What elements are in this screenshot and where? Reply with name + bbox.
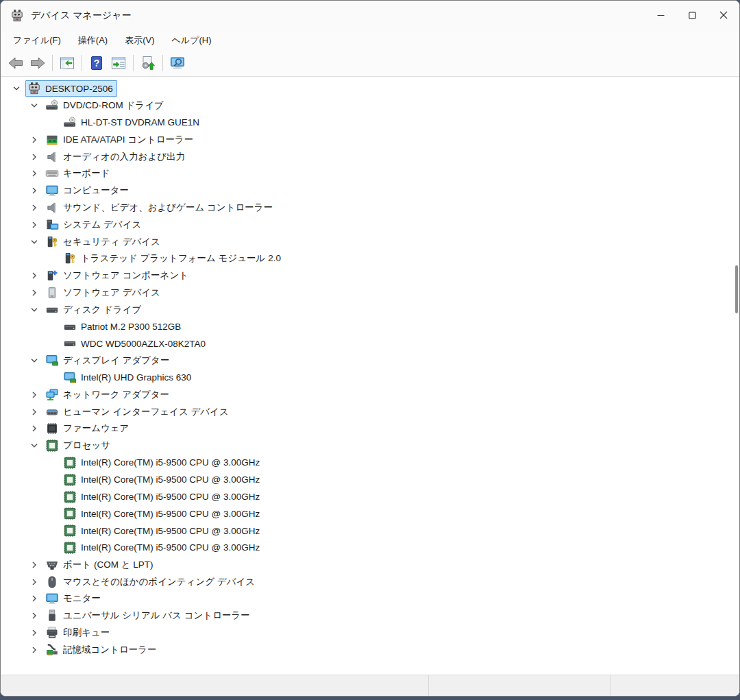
tree-item[interactable]: ソフトウェア コンポーネント: [1, 267, 739, 285]
back-button[interactable]: [5, 53, 27, 73]
chevron-collapsed-icon[interactable]: [25, 607, 43, 625]
tree-item[interactable]: キーボード: [1, 165, 739, 182]
toolbar: ?: [1, 50, 739, 77]
chevron-collapsed-icon[interactable]: [25, 641, 43, 658]
vertical-scrollbar-thumb[interactable]: [735, 265, 738, 313]
tree-item[interactable]: 印刷キュー: [1, 625, 739, 642]
chevron-collapsed-icon[interactable]: [25, 285, 43, 302]
status-segment: [610, 675, 739, 696]
tree-item-label: Intel(R) Core(TM) i5-9500 CPU @ 3.00GHz: [81, 474, 260, 485]
tree-item[interactable]: マウスとそのほかのポインティング デバイス: [1, 573, 739, 590]
tree-item[interactable]: コンピューター: [1, 182, 739, 200]
tree-item[interactable]: IDE ATA/ATAPI コントローラー: [1, 131, 739, 148]
chevron-collapsed-icon[interactable]: [25, 148, 43, 165]
tree-item-label: ファームウェア: [63, 422, 129, 435]
tree-item[interactable]: Intel(R) Core(TM) i5-9500 CPU @ 3.00GHz: [1, 505, 739, 522]
disk-drive-icon: [63, 320, 77, 334]
tree-item[interactable]: ディスク ドライブ: [1, 301, 739, 318]
tree-item[interactable]: システム デバイス: [1, 216, 739, 233]
tree-item[interactable]: トラステッド プラットフォーム モジュール 2.0: [1, 250, 739, 267]
tree-item-label: Intel(R) Core(TM) i5-9500 CPU @ 3.00GHz: [81, 509, 260, 519]
tree-item[interactable]: DVD/CD-ROM ドライブ: [1, 97, 739, 114]
tree-item[interactable]: ポート (COM と LPT): [1, 556, 739, 573]
tree-item-label: オーディオの入力および出力: [63, 151, 185, 163]
chevron-expanded-icon[interactable]: [25, 233, 43, 250]
tree-item-node: サウンド、ビデオ、およびゲーム コントローラー: [43, 200, 277, 216]
chevron-expanded-icon[interactable]: [25, 352, 43, 370]
tree-item[interactable]: ユニバーサル シリアル バス コントローラー: [1, 607, 739, 625]
tree-item[interactable]: Intel(R) Core(TM) i5-9500 CPU @ 3.00GHz: [1, 522, 739, 540]
close-button[interactable]: [708, 1, 739, 31]
chevron-expanded-icon[interactable]: [25, 97, 43, 114]
chevron-collapsed-icon[interactable]: [25, 267, 43, 285]
scan-hardware-changes-button[interactable]: [166, 53, 188, 73]
dvd-drive-icon: [63, 116, 77, 130]
tree-item[interactable]: 記憶域コントローラー: [1, 641, 739, 658]
tree-item-node: IDE ATA/ATAPI コントローラー: [43, 132, 197, 148]
chevron-collapsed-icon[interactable]: [25, 590, 43, 607]
tree-item[interactable]: DESKTOP-2506: [1, 80, 739, 97]
security-device-icon: [45, 235, 59, 249]
computer-icon: [45, 184, 59, 197]
tree-item[interactable]: オーディオの入力および出力: [1, 148, 739, 165]
expander-spacer: [43, 318, 61, 335]
chevron-collapsed-icon[interactable]: [25, 625, 43, 642]
tree-item[interactable]: WDC WD5000AZLX-08K2TA0: [1, 335, 739, 352]
tree-item[interactable]: ネットワーク アダプター: [1, 386, 739, 403]
chevron-collapsed-icon[interactable]: [25, 165, 43, 182]
title-bar[interactable]: デバイス マネージャー: [1, 1, 739, 31]
update-driver-button[interactable]: [137, 53, 159, 73]
tree-item[interactable]: Intel(R) Core(TM) i5-9500 CPU @ 3.00GHz: [1, 488, 739, 505]
tree-item-node: Intel(R) Core(TM) i5-9500 CPU @ 3.00GHz: [61, 455, 264, 471]
properties-button[interactable]: [108, 53, 130, 73]
forward-button[interactable]: [27, 53, 49, 73]
minimize-button[interactable]: [645, 1, 676, 31]
chevron-collapsed-icon[interactable]: [25, 200, 43, 217]
tree-item[interactable]: Intel(R) Core(TM) i5-9500 CPU @ 3.00GHz: [1, 540, 739, 557]
chevron-expanded-icon[interactable]: [8, 80, 25, 97]
chevron-collapsed-icon[interactable]: [25, 182, 43, 200]
menu-view[interactable]: 表示(V): [117, 32, 162, 49]
tree-item-label: マウスとそのほかのポインティング デバイス: [63, 576, 255, 588]
window-title: デバイス マネージャー: [31, 10, 132, 22]
firmware-icon: [45, 422, 59, 435]
tree-item[interactable]: モニター: [1, 590, 739, 607]
chevron-collapsed-icon[interactable]: [25, 573, 43, 590]
tree-item-node: ディスプレイ アダプター: [43, 352, 173, 369]
tree-item[interactable]: ソフトウェア デバイス: [1, 285, 739, 302]
chevron-collapsed-icon[interactable]: [25, 386, 43, 403]
tree-item-node: ユニバーサル シリアル バス コントローラー: [43, 607, 254, 624]
chevron-expanded-icon[interactable]: [25, 437, 43, 455]
tree-item[interactable]: セキュリティ デバイス: [1, 233, 739, 250]
chevron-collapsed-icon[interactable]: [25, 216, 43, 233]
tree-item-node: DVD/CD-ROM ドライブ: [43, 97, 168, 114]
chevron-collapsed-icon[interactable]: [25, 420, 43, 437]
menu-action[interactable]: 操作(A): [71, 32, 115, 49]
tree-item[interactable]: ファームウェア: [1, 420, 739, 437]
chevron-expanded-icon[interactable]: [25, 301, 43, 318]
tree-item[interactable]: HL-DT-ST DVDRAM GUE1N: [1, 114, 739, 132]
software-device-icon: [45, 286, 59, 300]
maximize-button[interactable]: [676, 1, 708, 31]
tree-item[interactable]: サウンド、ビデオ、およびゲーム コントローラー: [1, 200, 739, 217]
chevron-collapsed-icon[interactable]: [25, 556, 43, 573]
chevron-collapsed-icon[interactable]: [25, 131, 43, 148]
menu-help[interactable]: ヘルプ(H): [164, 32, 219, 49]
help-button[interactable]: ?: [86, 53, 108, 73]
tree-item[interactable]: Intel(R) UHD Graphics 630: [1, 370, 739, 387]
show-console-tree-button[interactable]: [56, 53, 78, 73]
tree-item-node: キーボード: [43, 165, 114, 182]
tree-item[interactable]: Intel(R) Core(TM) i5-9500 CPU @ 3.00GHz: [1, 455, 739, 472]
print-queue-icon: [45, 626, 59, 640]
tree-item[interactable]: Intel(R) Core(TM) i5-9500 CPU @ 3.00GHz: [1, 471, 739, 488]
expander-spacer: [43, 455, 61, 472]
menu-file[interactable]: ファイル(F): [5, 32, 69, 49]
tree-item[interactable]: Patriot M.2 P300 512GB: [1, 318, 739, 335]
tree-item[interactable]: プロセッサ: [1, 437, 739, 455]
processor-icon: [63, 507, 77, 520]
toolbar-separator: [82, 55, 82, 71]
tree-item[interactable]: ディスプレイ アダプター: [1, 352, 739, 370]
tree-item[interactable]: ヒューマン インターフェイス デバイス: [1, 403, 739, 420]
chevron-collapsed-icon[interactable]: [25, 403, 43, 420]
tree-item-label: 記憶域コントローラー: [63, 644, 157, 656]
